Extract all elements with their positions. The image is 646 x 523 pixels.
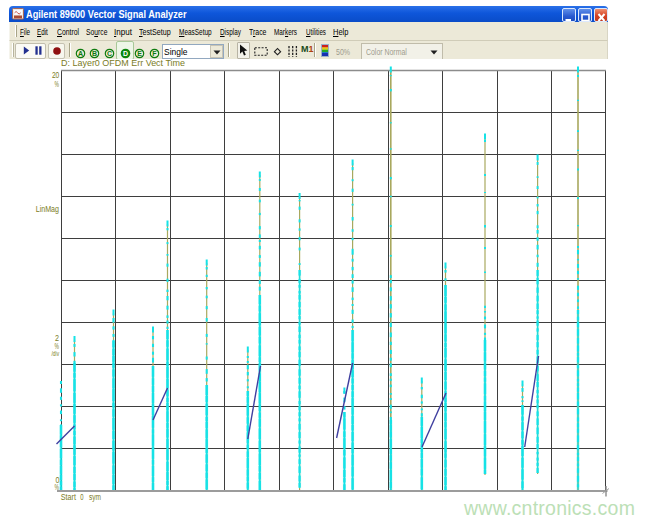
svg-text:D: Layer0 OFDM Err Vect Time: D: Layer0 OFDM Err Vect Time	[61, 58, 185, 68]
svg-text:0: 0	[80, 492, 83, 502]
svg-text:LinMag: LinMag	[36, 204, 59, 214]
svg-text:%: %	[55, 482, 60, 492]
svg-text:sym: sym	[89, 492, 101, 502]
svg-text:%: %	[55, 79, 60, 89]
svg-text:/div: /div	[52, 349, 60, 358]
svg-text:Start: Start	[61, 492, 77, 502]
